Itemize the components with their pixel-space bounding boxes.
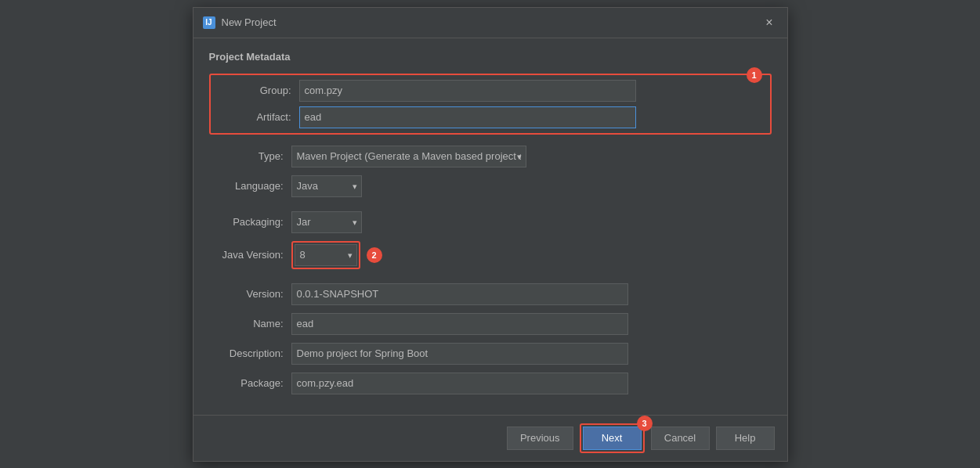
package-input[interactable]: [291, 373, 628, 394]
packaging-label: Packaging:: [209, 216, 291, 228]
new-project-dialog: IJ New Project × Project Metadata Group:…: [193, 7, 788, 462]
type-form-group: Type: Maven Project (Generate a Maven ba…: [209, 146, 772, 167]
artifact-label: Artifact:: [217, 111, 299, 123]
version-label: Version:: [209, 288, 291, 300]
badge-3: 3: [637, 416, 653, 431]
next-button[interactable]: Next: [583, 427, 642, 450]
description-label: Description:: [209, 347, 291, 359]
type-label: Type:: [209, 150, 291, 162]
group-input[interactable]: [299, 80, 636, 102]
language-select[interactable]: Java: [291, 175, 362, 197]
group-label: Group:: [217, 85, 299, 96]
java-version-label: Java Version:: [209, 249, 291, 261]
dialog-title: New Project: [222, 16, 277, 28]
name-form-group: Name:: [209, 313, 772, 335]
name-input[interactable]: [291, 313, 628, 335]
group-form-group: Group:: [217, 80, 764, 102]
language-label: Language:: [209, 180, 291, 192]
artifact-form-group: Artifact:: [217, 106, 764, 128]
app-icon: IJ: [203, 16, 215, 29]
java-version-form-group: Java Version: 8 11 17 2: [209, 241, 772, 269]
package-label: Package:: [209, 377, 291, 389]
description-input[interactable]: [291, 343, 628, 365]
java-version-highlighted: 8 11 17: [291, 241, 360, 269]
package-form-group: Package:: [209, 373, 772, 394]
packaging-select-wrapper: Jar: [291, 211, 362, 233]
title-bar-left: IJ New Project: [203, 16, 277, 29]
version-form-group: Version:: [209, 283, 772, 305]
group-artifact-highlighted: Group: Artifact:: [209, 74, 772, 135]
language-form-group: Language: Java: [209, 175, 772, 197]
section-title: Project Metadata: [209, 51, 772, 63]
java-version-select[interactable]: 8 11 17: [295, 244, 357, 266]
java-version-select-wrapper: 8 11 17: [295, 244, 357, 266]
description-form-group: Description:: [209, 343, 772, 365]
next-button-wrapper: 3 Next: [580, 423, 645, 453]
packaging-select[interactable]: Jar: [291, 211, 362, 233]
type-select-wrapper: Maven Project (Generate a Maven based pr…: [291, 146, 526, 167]
dialog-body: Project Metadata Group: Artifact: 1 Type…: [193, 38, 787, 415]
previous-button[interactable]: Previous: [507, 427, 573, 450]
name-label: Name:: [209, 318, 291, 329]
language-select-wrapper: Java: [291, 175, 362, 197]
packaging-form-group: Packaging: Jar: [209, 211, 772, 233]
close-button[interactable]: ×: [761, 14, 777, 31]
dialog-footer: Previous 3 Next Cancel Help: [193, 415, 787, 461]
badge-1: 1: [747, 67, 762, 83]
next-button-outline: 3 Next: [580, 423, 645, 453]
badge-2: 2: [367, 247, 382, 263]
version-input[interactable]: [291, 283, 628, 305]
cancel-button[interactable]: Cancel: [651, 427, 710, 450]
title-bar: IJ New Project ×: [193, 8, 787, 38]
type-select[interactable]: Maven Project (Generate a Maven based pr…: [291, 146, 526, 167]
help-button[interactable]: Help: [716, 427, 775, 450]
artifact-input[interactable]: [299, 106, 636, 128]
